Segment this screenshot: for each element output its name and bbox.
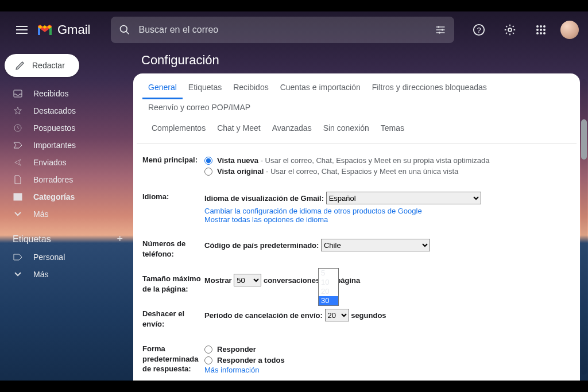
add-label-button[interactable]: + [117,233,123,245]
dropdown-option-highlighted[interactable]: 30 [319,296,338,305]
clock-icon [13,123,23,133]
panel-scrollbar[interactable] [580,73,588,381]
svg-line-1 [126,32,129,34]
undo-seconds-select[interactable]: 20 [325,309,349,321]
tag-icon [13,254,23,261]
undo-seconds-dropdown[interactable]: 5 10 20 30 [318,268,339,306]
setting-label: Deshacer el envío: [142,309,204,329]
chevron-down-icon [13,212,23,216]
compose-button[interactable]: Redactar [5,54,79,77]
compose-label: Redactar [32,61,65,70]
setting-label: Forma predeterminada de respuesta: [142,344,204,374]
language-show-all-link[interactable]: Mostrar todas las opciones de idioma [204,215,571,224]
sidebar-item-more[interactable]: Más [0,205,133,223]
opt-text: Vista nueva [217,156,258,165]
svg-point-0 [121,26,127,33]
page-size-post: conversaciones por página [264,276,360,285]
setting-main-menu: Menú principal: Vista nueva - Usar el co… [142,150,571,185]
star-icon [13,106,23,115]
sidebar-item-label: Recibidos [33,89,68,98]
country-code-select[interactable]: Chile [321,239,430,251]
tab-filters[interactable]: Filtros y direcciones bloqueadas [366,79,493,99]
language-change-link[interactable]: Cambiar la configuración de idioma de ot… [204,207,571,215]
tab-general[interactable]: General [142,79,183,99]
tab-offline[interactable]: Sin conexión [318,120,375,138]
svg-point-13 [543,29,546,31]
help-button[interactable]: ? [467,18,490,41]
sidebar-item-label: Más [33,209,48,219]
tab-inbox[interactable]: Recibidos [227,79,274,99]
search-placeholder: Buscar en el correo [138,25,435,35]
reply-radio[interactable] [204,346,212,354]
label-item-label: Personal [33,253,65,262]
language-display-label: Idioma de visualización de Gmail: [204,194,324,203]
sidebar-item-categories[interactable]: Categorías [0,188,133,205]
svg-point-4 [439,32,440,33]
gmail-logo[interactable]: Gmail [37,22,90,37]
svg-rect-19 [14,193,22,200]
sidebar-item-starred[interactable]: Destacados [0,102,133,119]
sidebar-item-snoozed[interactable]: Pospuestos [0,119,133,137]
setting-page-size: Tamaño máximo de la página: Mostrar 50 c… [142,267,571,302]
sidebar-item-label: Pospuestos [33,123,75,133]
svg-point-2 [438,26,439,28]
settings-tabs-row2: Complementos Chat y Meet Avanzadas Sin c… [137,118,577,143]
apps-button[interactable] [529,18,552,41]
setting-undo-send: Deshacer el envío: Periodo de cancelació… [142,302,571,337]
tab-accounts[interactable]: Cuentas e importación [274,79,366,99]
sidebar-item-inbox[interactable]: Recibidos [0,85,133,102]
svg-text:?: ? [477,26,481,34]
search-options-icon[interactable] [435,24,446,36]
tab-chat[interactable]: Chat y Meet [211,120,266,138]
opt-desc: - Usar el correo, Chat, Espacios y Meet … [264,167,458,176]
sidebar-item-label: Destacados [33,106,76,115]
opt-text: Vista original [217,167,264,176]
page-size-select[interactable]: 50 [234,274,261,286]
scrollbar-thumb[interactable] [581,119,587,160]
tab-themes[interactable]: Temas [375,120,410,138]
sidebar-item-important[interactable]: Importantes [0,137,133,154]
search-bar[interactable]: Buscar en el correo [111,17,454,43]
labels-header: Etiquetas + [0,223,133,249]
settings-button[interactable] [498,18,521,41]
dropdown-option[interactable]: 10 [319,278,338,287]
dropdown-option[interactable]: 5 [319,269,338,278]
account-avatar[interactable] [560,21,579,39]
sidebar-item-drafts[interactable]: Borradores [0,171,133,188]
tab-labels[interactable]: Etiquetas [183,79,227,99]
svg-point-15 [540,32,542,34]
sidebar-item-label: Borradores [33,175,73,184]
app-name: Gmail [57,22,90,37]
main-menu-new-radio[interactable] [204,157,212,165]
svg-point-16 [543,32,546,34]
phone-code-label: Código de país predeterminado: [204,241,319,250]
sent-icon [13,158,23,166]
label-item-more[interactable]: Más [0,266,133,283]
main-menu-button[interactable] [9,17,34,42]
reply-more-info-link[interactable]: Más información [204,366,571,374]
tab-advanced[interactable]: Avanzadas [266,120,318,138]
gmail-m-icon [37,24,53,36]
hamburger-icon [16,26,28,34]
main-menu-original-radio[interactable] [204,168,212,176]
settings-panel: General Etiquetas Recibidos Cuentas e im… [133,73,580,381]
label-item-personal[interactable]: Personal [0,249,133,266]
setting-label: Idioma: [142,192,204,202]
reply-all-radio[interactable] [204,356,212,364]
dropdown-option[interactable]: 20 [319,287,338,296]
inbox-icon [13,90,23,98]
help-icon: ? [473,24,485,36]
tab-addons[interactable]: Complementos [146,120,211,138]
settings-tabs-row1: General Etiquetas Recibidos Cuentas e im… [133,73,580,118]
important-icon [13,142,23,149]
opt-text: Responder [217,345,256,354]
language-select[interactable]: Español [326,192,481,204]
header-actions: ? [467,18,579,41]
sidebar-item-label: Categorías [33,192,75,201]
categories-icon [13,193,23,201]
svg-point-7 [508,28,512,32]
setting-label: Tamaño máximo de la página: [142,274,204,294]
tab-forwarding[interactable]: Reenvío y correo POP/IMAP [142,99,256,118]
draft-icon [13,175,23,184]
sidebar-item-sent[interactable]: Enviados [0,154,133,171]
